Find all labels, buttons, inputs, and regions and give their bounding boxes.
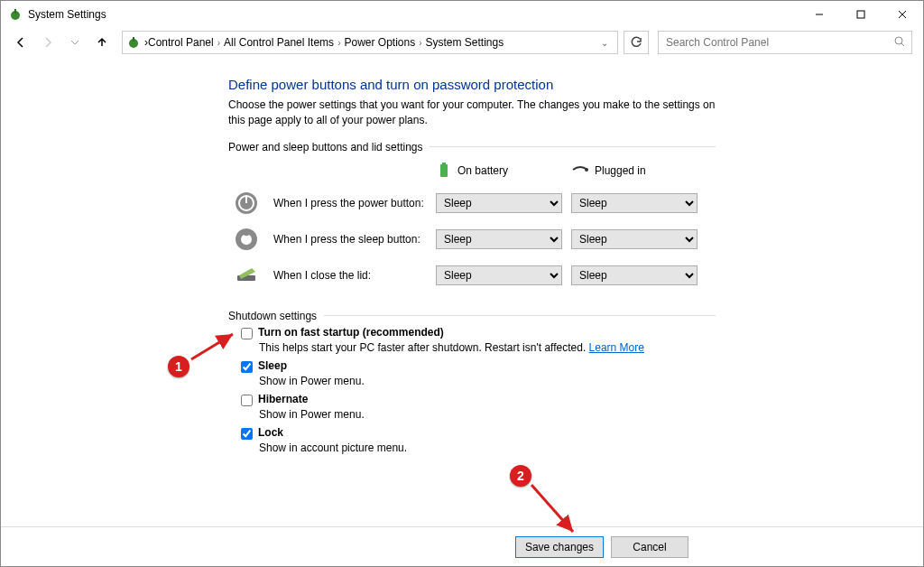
fast-startup-label: Turn on fast startup (recommended): [258, 326, 444, 339]
breadcrumb-dropdown[interactable]: ⌄: [596, 38, 614, 48]
lid-icon: [234, 263, 259, 288]
power-plugged-select[interactable]: Sleep: [571, 193, 698, 213]
annotation-badge-1: 1: [168, 356, 189, 377]
page-subtext: Choose the power settings that you want …: [228, 98, 716, 128]
maximize-button[interactable]: [840, 1, 882, 28]
minimize-button[interactable]: [799, 1, 840, 28]
close-button[interactable]: [882, 1, 923, 28]
hibernate-checkbox[interactable]: [241, 395, 253, 406]
svg-point-12: [585, 168, 588, 172]
svg-rect-3: [857, 11, 864, 18]
breadcrumb-segment[interactable]: System Settings: [426, 36, 504, 49]
column-plugged-label: Plugged in: [595, 164, 646, 177]
lock-checkbox[interactable]: [241, 428, 253, 440]
power-button-icon: [234, 191, 259, 216]
sleep-desc: Show in Power menu.: [259, 375, 716, 387]
nav-recent-button[interactable]: [62, 30, 88, 55]
svg-rect-1: [14, 9, 16, 14]
refresh-button[interactable]: [624, 31, 649, 54]
chevron-right-icon: ›: [337, 38, 340, 48]
hibernate-desc: Show in Power menu.: [259, 408, 716, 421]
hibernate-row: Hibernate: [241, 393, 716, 406]
group-heading: Power and sleep buttons and lid settings: [228, 141, 716, 153]
content: Define power buttons and turn on passwor…: [228, 77, 716, 460]
hibernate-label: Hibernate: [258, 393, 308, 405]
lock-desc: Show in account picture menu.: [259, 442, 716, 454]
location-icon: [126, 35, 141, 50]
breadcrumb-segment[interactable]: All Control Panel Items›: [224, 36, 344, 49]
row-lid-label: When I close the lid:: [273, 269, 427, 282]
annotation-arrow-1: [186, 329, 240, 365]
plug-icon: [571, 164, 589, 178]
app-icon: [8, 7, 23, 22]
lid-battery-select[interactable]: Sleep: [436, 265, 562, 285]
window: System Settings › Control Panel› All Con…: [0, 0, 924, 567]
breadcrumb[interactable]: › Control Panel› All Control Panel Items…: [122, 31, 618, 54]
footer: Save changes Cancel: [1, 526, 923, 566]
nav-row: › Control Panel› All Control Panel Items…: [1, 28, 923, 57]
search-input[interactable]: [664, 35, 893, 50]
breadcrumb-segment[interactable]: Power Options›: [344, 36, 425, 49]
chevron-right-icon: ›: [419, 38, 421, 48]
learn-more-link[interactable]: Learn More: [589, 341, 644, 354]
column-headers: On battery Plugged in: [234, 161, 716, 181]
nav-up-button[interactable]: [89, 30, 115, 55]
sleep-row: Sleep: [241, 359, 716, 373]
shutdown-heading: Shutdown settings: [228, 310, 716, 322]
svg-point-8: [895, 37, 902, 44]
cancel-button[interactable]: Cancel: [611, 536, 688, 558]
titlebar: System Settings: [1, 1, 923, 28]
window-title: System Settings: [28, 8, 106, 21]
lock-label: Lock: [258, 426, 283, 439]
svg-rect-7: [133, 37, 134, 42]
search-box[interactable]: [658, 31, 912, 54]
sleep-label: Sleep: [258, 359, 287, 372]
shutdown-heading-label: Shutdown settings: [228, 310, 317, 322]
sleep-checkbox[interactable]: [241, 361, 253, 373]
sleep-plugged-select[interactable]: Sleep: [571, 229, 698, 249]
annotation-arrow-2: [526, 479, 589, 543]
shutdown-section: Shutdown settings Turn on fast startup (…: [228, 310, 716, 454]
lock-row: Lock: [241, 426, 716, 440]
fast-startup-checkbox[interactable]: [241, 328, 253, 339]
annotation-badge-2: 2: [510, 465, 531, 487]
power-battery-select[interactable]: Sleep: [436, 193, 562, 213]
breadcrumb-segment[interactable]: Control Panel›: [148, 36, 224, 49]
group-heading-label: Power and sleep buttons and lid settings: [228, 141, 422, 153]
column-battery-label: On battery: [457, 164, 508, 177]
svg-line-18: [191, 334, 233, 359]
settings-grid: When I press the power button: Sleep Sle…: [234, 191, 716, 288]
battery-icon: [436, 161, 452, 181]
svg-rect-11: [442, 163, 446, 164]
svg-rect-10: [440, 164, 448, 177]
svg-line-9: [901, 43, 904, 46]
svg-line-19: [531, 485, 573, 532]
chevron-right-icon: ›: [217, 38, 220, 48]
lid-plugged-select[interactable]: Sleep: [571, 265, 698, 285]
search-icon: [893, 35, 906, 51]
nav-forward-button[interactable]: [35, 30, 60, 55]
row-sleep-label: When I press the sleep button:: [273, 233, 427, 246]
fast-startup-row: Turn on fast startup (recommended): [241, 326, 716, 339]
sleep-battery-select[interactable]: Sleep: [436, 229, 562, 249]
fast-startup-desc: This helps start your PC faster after sh…: [259, 341, 716, 354]
nav-back-button[interactable]: [8, 30, 33, 55]
page-heading: Define power buttons and turn on passwor…: [228, 77, 716, 92]
sleep-button-icon: [234, 227, 259, 252]
row-power-label: When I press the power button:: [273, 197, 427, 209]
